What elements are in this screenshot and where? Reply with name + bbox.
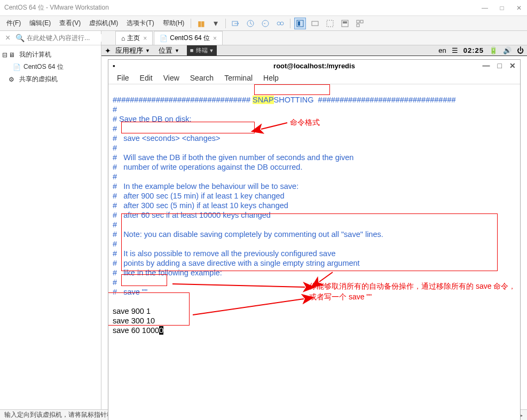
close-button[interactable]: ✕ bbox=[509, 61, 516, 70]
svg-rect-6 bbox=[298, 21, 300, 26]
tree-shared-label: 共享的虚拟机 bbox=[19, 75, 58, 84]
terminal-body[interactable]: ################################ SNAPSHO… bbox=[108, 84, 520, 420]
menu-search[interactable]: Search bbox=[190, 74, 214, 82]
location-menu[interactable]: 位置▼ bbox=[154, 46, 184, 56]
battery-icon[interactable]: 🔋 bbox=[489, 46, 498, 54]
close-icon[interactable]: × bbox=[2, 33, 13, 43]
terminal-icon: ▪ bbox=[113, 62, 115, 70]
terminal-menubar: File Edit View Search Terminal Help bbox=[108, 72, 520, 84]
snapshot-icon[interactable] bbox=[245, 18, 256, 29]
window-title: CentOS 64 位 - VMware Workstation bbox=[4, 3, 481, 12]
menu-file[interactable]: File bbox=[117, 74, 129, 82]
window-controls: — □ ✕ bbox=[481, 4, 523, 12]
svg-rect-8 bbox=[327, 20, 333, 27]
toolbar-dropdown[interactable]: ▾ bbox=[210, 18, 222, 29]
menu-vm[interactable]: 虚拟机(M) bbox=[85, 19, 122, 28]
tree-vm[interactable]: 📄 CentOS 64 位 bbox=[13, 61, 99, 73]
tab-vm[interactable]: 📄 CentOS 64 位 × bbox=[154, 31, 223, 45]
minimize-button[interactable]: — bbox=[483, 61, 490, 70]
close-button[interactable]: ✕ bbox=[515, 4, 523, 12]
tab-home-label: 主页 bbox=[127, 34, 140, 43]
svg-rect-13 bbox=[357, 24, 359, 27]
menu-help[interactable]: Help bbox=[263, 74, 279, 82]
annotation-box-snapshotting bbox=[254, 84, 330, 95]
manage-icon[interactable] bbox=[274, 18, 286, 29]
fullscreen-icon[interactable] bbox=[294, 18, 306, 29]
menu-tabs[interactable]: 选项卡(T) bbox=[122, 19, 158, 28]
tree-root-label: 我的计算机 bbox=[19, 50, 51, 59]
terminal-button[interactable]: ■终端 ▼ bbox=[187, 45, 217, 56]
sidebar: × 🔍 ▼ ⊟ 🖥 我的计算机 📄 CentOS 64 位 ⚙ 共享的虚拟机 bbox=[0, 31, 101, 409]
tree-shared[interactable]: ⚙ 共享的虚拟机 bbox=[2, 73, 99, 85]
unity-icon[interactable] bbox=[309, 18, 321, 29]
thumbnail-icon[interactable] bbox=[354, 18, 366, 29]
main: × 🔍 ▼ ⊟ 🖥 我的计算机 📄 CentOS 64 位 ⚙ 共享的虚拟机 bbox=[0, 31, 527, 409]
tree-root[interactable]: ⊟ 🖥 我的计算机 bbox=[2, 49, 99, 61]
send-icon[interactable] bbox=[230, 18, 241, 29]
search-input[interactable] bbox=[27, 34, 107, 42]
tab-home[interactable]: ⌂ 主页 × bbox=[115, 31, 153, 45]
volume-icon[interactable]: 🔊 bbox=[503, 46, 512, 54]
terminal-titlebar: ▪ root@localhost:/myredis — □ ✕ bbox=[108, 60, 520, 72]
snap-highlight: SNAP bbox=[253, 96, 274, 104]
menu-icon[interactable]: ☰ bbox=[452, 46, 458, 54]
maximize-button[interactable]: □ bbox=[498, 4, 506, 12]
apps-menu[interactable]: 应用程序▼ bbox=[111, 46, 154, 56]
svg-point-3 bbox=[277, 22, 280, 25]
menu-file[interactable]: 件(F) bbox=[2, 19, 25, 28]
close-icon[interactable]: × bbox=[213, 35, 217, 42]
tree-vm-label: CentOS 64 位 bbox=[23, 62, 64, 72]
annotation-text-cmd: 命令格式 bbox=[290, 117, 320, 127]
menu-view[interactable]: 查看(V) bbox=[55, 19, 85, 28]
search-icon: 🔍 bbox=[13, 34, 27, 42]
menu-edit[interactable]: Edit bbox=[140, 74, 153, 82]
content-area: ⌂ 主页 × 📄 CentOS 64 位 × ✦ 应用程序▼ 位置▼ ■终端 ▼… bbox=[101, 31, 527, 409]
apps-icon: ✦ bbox=[105, 46, 111, 55]
pause-icon[interactable]: ▮▮ bbox=[195, 18, 207, 29]
svg-rect-7 bbox=[312, 21, 318, 26]
separator bbox=[191, 19, 191, 28]
menu-help[interactable]: 帮助(H) bbox=[159, 19, 189, 28]
minimize-button[interactable]: — bbox=[481, 4, 489, 12]
revert-icon[interactable] bbox=[259, 18, 271, 29]
console-icon[interactable] bbox=[339, 18, 351, 29]
tab-vm-label: CentOS 64 位 bbox=[170, 34, 210, 43]
collapse-icon[interactable]: ⊟ bbox=[2, 51, 9, 59]
clock: 02:25 bbox=[463, 46, 484, 54]
shared-icon: ⚙ bbox=[9, 76, 17, 83]
separator bbox=[290, 19, 290, 28]
maximize-button[interactable]: □ bbox=[498, 61, 502, 70]
svg-rect-12 bbox=[360, 20, 363, 23]
terminal-window: ▪ root@localhost:/myredis — □ ✕ File Edi… bbox=[108, 59, 521, 420]
titlebar: CentOS 64 位 - VMware Workstation — □ ✕ bbox=[0, 0, 527, 16]
menu-view[interactable]: View bbox=[163, 74, 179, 82]
svg-rect-11 bbox=[357, 20, 359, 23]
svg-rect-10 bbox=[343, 21, 347, 23]
cursor: 0 bbox=[159, 326, 163, 335]
vm-topbar-right: en ☰ 02:25 🔋 🔊 ⏻ bbox=[438, 46, 524, 54]
sidebar-search: × 🔍 ▼ bbox=[0, 31, 101, 45]
power-icon[interactable]: ⏻ bbox=[517, 46, 524, 54]
content-tabs: ⌂ 主页 × 📄 CentOS 64 位 × bbox=[101, 31, 527, 45]
vm-icon: 📄 bbox=[160, 35, 168, 42]
lang-indicator[interactable]: en bbox=[438, 46, 446, 54]
home-icon: ⌂ bbox=[121, 35, 125, 42]
svg-point-4 bbox=[280, 22, 284, 25]
terminal-title: root@localhost:/myredis bbox=[273, 62, 355, 70]
annotation-text-cancel: 你能够取消所有的自动备份操作，通过移除所有的 save 命令，或者写一个 sav… bbox=[309, 281, 517, 302]
vm-topbar: ✦ 应用程序▼ 位置▼ ■终端 ▼ en ☰ 02:25 🔋 🔊 ⏻ bbox=[101, 45, 527, 56]
menu-edit[interactable]: 编辑(E) bbox=[25, 19, 55, 28]
sidebar-tree: ⊟ 🖥 我的计算机 📄 CentOS 64 位 ⚙ 共享的虚拟机 bbox=[0, 45, 101, 89]
vm-icon: 📄 bbox=[13, 64, 21, 71]
separator bbox=[225, 19, 226, 28]
menu-terminal[interactable]: Terminal bbox=[224, 74, 253, 82]
computer-icon: 🖥 bbox=[9, 51, 17, 59]
menubar: 件(F) 编辑(E) 查看(V) 虚拟机(M) 选项卡(T) 帮助(H) ▮▮ … bbox=[0, 16, 527, 31]
close-icon[interactable]: × bbox=[143, 35, 147, 42]
stretch-icon[interactable] bbox=[324, 18, 336, 29]
